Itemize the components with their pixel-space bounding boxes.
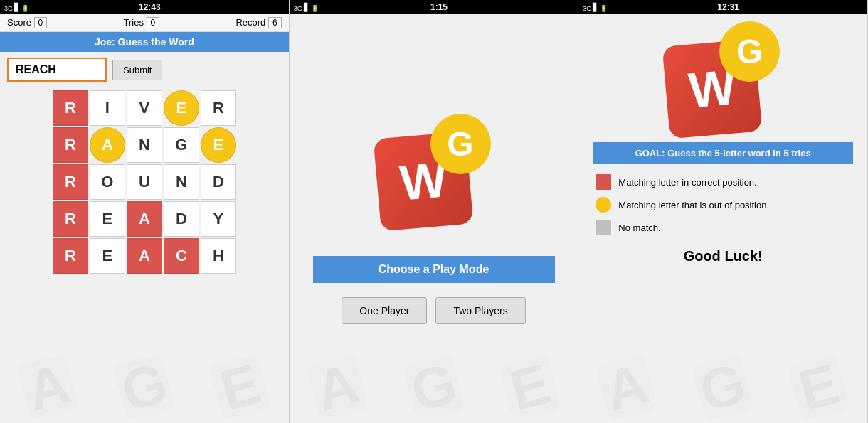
word-input[interactable] <box>7 58 107 82</box>
word-grid: RIVERRANGEROUNDREADYREACH <box>46 87 243 277</box>
grid-cell: E <box>201 127 236 163</box>
panel-3: 3G ▋ 🔋 12:31 W G GOAL: Guess the 5-lette… <box>578 0 868 423</box>
score-label: Score <box>7 17 31 28</box>
tries-label: Tries <box>124 17 144 28</box>
network-icon-2: 3G <box>294 5 302 12</box>
grid-cell: U <box>127 164 162 200</box>
grid-cell: R <box>53 238 88 274</box>
signal-icons-2: 3G ▋ 🔋 <box>294 3 319 12</box>
panel-2: 3G ▋ 🔋 1:15 W G Choose a Play Mode One P… <box>290 0 579 423</box>
wm-g: G <box>113 353 176 421</box>
score-value: 0 <box>34 17 48 28</box>
logo-g-circle: G <box>430 114 491 174</box>
clock-1: 12:43 <box>139 2 161 12</box>
battery-icon-2: 🔋 <box>311 5 319 12</box>
panel-1: 3G ▋ 🔋 12:43 Score 0 Tries 0 Record 6 Jo… <box>0 0 290 423</box>
grid-cell: E <box>90 238 125 274</box>
grid-cell: N <box>127 127 162 163</box>
grid-cell: N <box>164 164 199 200</box>
legend-section: Matching letter in correct position. Mat… <box>593 174 853 235</box>
panel2-content: W G Choose a Play Mode One Player Two Pl… <box>290 14 578 423</box>
correct-position-icon <box>596 174 611 190</box>
legend-row-correct: Matching letter in correct position. <box>596 174 850 190</box>
panel3-content: W G GOAL: Guess the 5-letter word in 5 t… <box>578 14 867 423</box>
grid-cell: D <box>201 164 236 200</box>
game-title-bar: Joe: Guess the Word <box>0 32 289 52</box>
signal-bars-icon-3: ▋ <box>593 3 598 12</box>
score-section: Score 0 <box>7 17 47 28</box>
top-bar-1: Score 0 Tries 0 Record 6 <box>0 14 289 32</box>
grid-cell: D <box>164 201 199 237</box>
game-title-text: Joe: Guess the Word <box>95 36 194 48</box>
logo-g-circle-3: G <box>719 21 780 82</box>
g-letter: G <box>447 124 473 164</box>
submit-button[interactable]: Submit <box>112 60 162 80</box>
grid-cell: R <box>53 90 88 126</box>
network-icon-3: 3G <box>583 5 591 12</box>
signal-bars-icon: ▋ <box>14 3 20 12</box>
status-bar-1: 3G ▋ 🔋 12:43 <box>0 0 289 14</box>
status-bar-2: 3G ▋ 🔋 1:15 <box>290 0 578 14</box>
record-section: Record 6 <box>235 17 281 28</box>
grid-cell: A <box>90 127 125 163</box>
out-of-position-icon <box>596 197 611 213</box>
legend-row-outofplace: Matching letter that is out of position. <box>596 197 850 213</box>
clock-3: 12:31 <box>717 2 739 12</box>
status-bar-3: 3G ▋ 🔋 12:31 <box>578 0 867 14</box>
input-row: Submit <box>0 52 289 87</box>
grid-cell: E <box>90 201 125 237</box>
two-players-button[interactable]: Two Players <box>435 297 525 324</box>
grid-cell: O <box>90 164 125 200</box>
goal-text: GOAL: Guess the 5-letter word in 5 tries <box>635 148 811 159</box>
app-logo-2: W G <box>370 114 498 242</box>
grid-cell: Y <box>201 201 236 237</box>
goal-bar: GOAL: Guess the 5-letter word in 5 tries <box>593 142 853 164</box>
no-match-icon <box>596 220 611 235</box>
mode-buttons: One Player Two Players <box>342 297 525 324</box>
battery-icon: 🔋 <box>21 5 29 12</box>
one-player-button[interactable]: One Player <box>342 297 427 324</box>
grid-cell: I <box>90 90 125 126</box>
grid-cell: A <box>127 201 162 237</box>
grid-cell: R <box>201 90 236 126</box>
g-letter-3: G <box>736 32 763 71</box>
record-label: Record <box>235 17 265 28</box>
grid-cell: E <box>164 90 199 126</box>
signal-icons-1: 3G ▋ 🔋 <box>4 3 29 12</box>
grid-cell: G <box>164 127 199 163</box>
no-match-label: No match. <box>618 223 660 233</box>
tries-value: 0 <box>147 17 160 28</box>
wm-e: E <box>209 353 272 421</box>
good-luck-text: Good Luck! <box>684 248 763 264</box>
record-value: 6 <box>268 17 282 28</box>
grid-cell: R <box>53 201 88 237</box>
grid-cell: V <box>127 90 162 126</box>
grid-cell: C <box>164 238 199 274</box>
tries-section: Tries 0 <box>124 17 160 28</box>
grid-cell: R <box>53 127 88 163</box>
grid-cell: A <box>127 238 162 274</box>
signal-icons-3: 3G ▋ 🔋 <box>583 3 608 12</box>
watermark-1: A G E <box>0 359 289 416</box>
wm-a: A <box>16 353 79 421</box>
battery-icon-3: 🔋 <box>600 5 608 12</box>
grid-cell: R <box>53 164 88 200</box>
correct-position-label: Matching letter in correct position. <box>618 177 756 188</box>
choose-mode-bar: Choose a Play Mode <box>313 256 555 283</box>
signal-bars-icon-2: ▋ <box>304 3 309 12</box>
clock-2: 1:15 <box>430 2 448 12</box>
grid-cell: H <box>201 238 236 274</box>
app-logo-3: W G <box>659 21 787 135</box>
out-of-position-label: Matching letter that is out of position. <box>618 200 769 210</box>
choose-mode-text: Choose a Play Mode <box>379 263 489 275</box>
legend-row-nomatch: No match. <box>596 220 850 235</box>
network-icon: 3G <box>4 5 13 12</box>
